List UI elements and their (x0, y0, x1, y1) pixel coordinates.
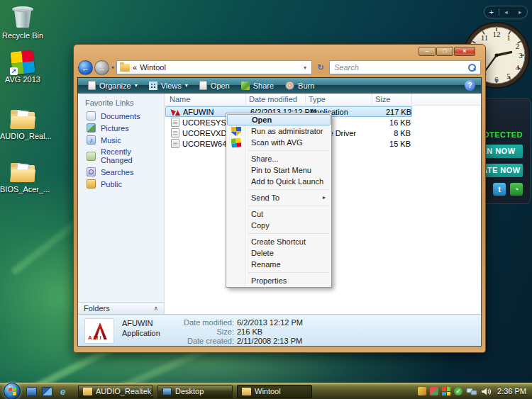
menu-item-delete[interactable]: Delete (227, 247, 331, 259)
svg-text:6: 6 (494, 75, 499, 84)
help-button[interactable]: ? (465, 80, 475, 91)
network-icon[interactable] (466, 387, 477, 396)
gauge-icon[interactable]: ◔ (510, 183, 523, 196)
file-icon (171, 118, 179, 127)
details-pane: AMI AFUWIN Application Date modified: 6/… (78, 314, 481, 346)
sidebar-item-pictures[interactable]: Pictures (78, 122, 164, 134)
desktop-icon-recycle-bin[interactable]: Recycle Bin (0, 4, 45, 40)
column-header-type[interactable]: Type (309, 95, 326, 103)
taskbar-button-desktop[interactable]: Desktop (157, 385, 233, 398)
volume-icon[interactable] (481, 387, 491, 396)
maximize-button[interactable]: □ (436, 47, 453, 56)
windows-logo-icon (9, 387, 16, 395)
desktop-icon-audio-realtek[interactable]: AUDIO_Real... (0, 110, 45, 140)
menu-item-copy[interactable]: Copy (227, 220, 331, 231)
search-input[interactable]: Search (329, 60, 481, 74)
address-chevron[interactable]: « (133, 63, 137, 72)
share-button[interactable]: Share (237, 80, 278, 91)
details-label: Date modified: (179, 318, 234, 327)
address-dropdown-icon[interactable]: ▾ (304, 64, 306, 71)
menu-item-scan-with-avg[interactable]: Scan with AVG (227, 137, 331, 148)
menu-item-pin-to-start-menu[interactable]: Pin to Start Menu (227, 164, 331, 176)
prev-gadget-button[interactable]: ◂ (499, 6, 514, 18)
avg-icon (231, 137, 241, 147)
organize-button[interactable]: Organize ▾ (84, 79, 142, 91)
chevron-up-icon: ∧ (153, 305, 158, 312)
gadget-controls: + ◂ ▸ (484, 6, 528, 18)
back-button[interactable]: ← (78, 60, 93, 75)
open-icon (199, 81, 207, 90)
folder-icon (11, 110, 35, 129)
music-icon: ♪ (87, 135, 96, 145)
svg-text:5: 5 (506, 72, 511, 80)
menu-item-add-to-quick-launch[interactable]: Add to Quick Launch (227, 176, 331, 187)
twitter-icon[interactable]: t (493, 183, 506, 196)
taskbar-clock[interactable]: 2:36 PM (497, 387, 526, 395)
burn-icon (285, 81, 294, 90)
sidebar-item-recently-changed[interactable]: Recently Changed (78, 146, 164, 166)
menu-item-rename[interactable]: Rename (227, 259, 331, 270)
taskbar: e AUDIO_Realtek_6.0.... Desktop Wintool … (0, 383, 532, 399)
avg-icon: ↗ (11, 51, 34, 74)
sidebar-item-public[interactable]: Public (78, 178, 164, 190)
menu-item-share[interactable]: Share... (227, 153, 331, 164)
details-file-name: AFUWIN (122, 319, 153, 327)
taskbar-button-audio-realtek[interactable]: AUDIO_Realtek_6.0.... (78, 385, 153, 398)
svg-text:12: 12 (493, 30, 501, 38)
desktop-icon-label: Recycle Bin (0, 31, 45, 40)
refresh-button[interactable]: ↻ (314, 60, 327, 74)
taskbar-button-wintool[interactable]: Wintool (237, 385, 312, 398)
desktop-icon-label: BIOS_Acer_... (0, 185, 45, 193)
sidebar-item-searches[interactable]: Searches (78, 166, 164, 178)
details-label: Size: (179, 327, 234, 336)
tray-security-check-icon[interactable]: ✓ (454, 387, 462, 395)
folder-icon (120, 64, 130, 72)
pictures-icon (87, 123, 96, 133)
folder-icon (11, 163, 35, 182)
menu-item-send-to[interactable]: Send To ▸ (227, 192, 331, 203)
svg-text:4: 4 (516, 63, 520, 72)
open-button[interactable]: Open (195, 79, 234, 91)
menu-item-run-as-administrator[interactable]: Run as administrator (227, 125, 331, 137)
add-gadget-button[interactable]: + (484, 6, 499, 18)
tray-app-icon[interactable] (430, 387, 438, 395)
recent-pages-dropdown[interactable]: ▾ (111, 64, 114, 71)
navigation-bar: ← → ▾ « Wintool ▾ ↻ Search (78, 59, 481, 76)
menu-item-open[interactable]: Open (227, 114, 331, 125)
minimize-button[interactable]: – (419, 47, 436, 56)
searches-icon (87, 167, 96, 176)
documents-icon (87, 111, 96, 120)
share-icon (241, 82, 250, 90)
internet-explorer-icon[interactable]: e (57, 387, 68, 396)
column-header-size[interactable]: Size (375, 95, 390, 103)
views-icon (149, 82, 157, 90)
address-path[interactable]: Wintool (140, 63, 166, 72)
tray-app-icon[interactable] (418, 387, 426, 395)
menu-item-cut[interactable]: Cut (227, 208, 331, 220)
sidebar-item-documents[interactable]: Documents (78, 110, 164, 122)
start-button[interactable] (4, 383, 21, 399)
views-button[interactable]: Views ▾ (145, 80, 192, 91)
menu-separator (248, 206, 329, 206)
menu-item-create-shortcut[interactable]: Create Shortcut (227, 236, 331, 247)
details-value: 6/2/2013 12:12 PM (237, 318, 303, 327)
folder-icon (83, 388, 92, 395)
submenu-arrow-icon: ▸ (323, 192, 326, 203)
column-header-date-modified[interactable]: Date modified (249, 95, 297, 103)
show-desktop-icon[interactable] (26, 387, 37, 396)
details-value: 2/11/2008 2:13 PM (237, 337, 302, 345)
next-gadget-button[interactable]: ▸ (513, 6, 527, 18)
afuwin-app-icon (172, 107, 180, 116)
switch-windows-icon[interactable] (42, 387, 52, 396)
column-header-name[interactable]: Name (170, 95, 190, 103)
desktop-icon-avg-2013[interactable]: ↗ AVG 2013 (0, 51, 45, 84)
burn-button[interactable]: Burn (281, 79, 318, 91)
sidebar-item-music[interactable]: ♪ Music (78, 134, 164, 146)
address-bar[interactable]: « Wintool ▾ (116, 60, 312, 74)
tray-windows-icon[interactable] (442, 387, 450, 395)
close-button[interactable]: × (454, 47, 475, 56)
menu-item-properties[interactable]: Properties (227, 275, 331, 286)
folders-expander[interactable]: Folders ∧ (78, 302, 164, 314)
desktop-icon-bios-acer[interactable]: BIOS_Acer_... (0, 163, 45, 193)
forward-button[interactable]: → (94, 60, 109, 75)
